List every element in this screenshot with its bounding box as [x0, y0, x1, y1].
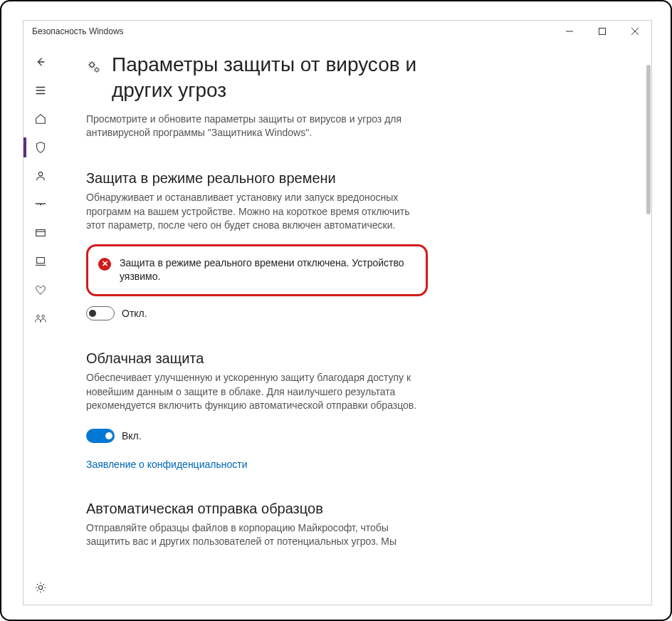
app-window: Безопасность Windows: [23, 20, 652, 605]
svg-point-15: [42, 315, 45, 318]
content-column: Параметры защиты от вирусов и других угр…: [58, 42, 651, 605]
window-controls: [553, 21, 651, 42]
svg-point-9: [40, 204, 42, 206]
nav-family-options[interactable]: [23, 304, 58, 333]
auto-submit-desc: Отправляйте образцы файлов в корпорацию …: [86, 521, 421, 549]
svg-rect-10: [36, 230, 46, 236]
cloud-desc: Обеспечивает улучшенную и ускоренную защ…: [86, 371, 421, 413]
section-auto-submit: Автоматическая отправка образцов Отправл…: [86, 501, 629, 549]
auto-submit-title: Автоматическая отправка образцов: [86, 501, 629, 517]
realtime-toggle-label: Откл.: [122, 308, 147, 319]
page-title: Параметры защиты от вирусов и других угр…: [112, 52, 439, 104]
nav-device-security[interactable]: [23, 247, 58, 276]
content-scroll[interactable]: Параметры защиты от вирусов и других угр…: [58, 42, 646, 605]
screenshot-frame: Безопасность Windows: [0, 0, 672, 621]
minimize-button[interactable]: [553, 21, 586, 42]
nav-app-browser-control[interactable]: [23, 219, 58, 247]
scrollbar-thumb[interactable]: [646, 65, 651, 214]
back-button[interactable]: [23, 48, 58, 76]
privacy-statement-link[interactable]: Заявление о конфиденциальности: [86, 459, 247, 470]
page-description: Просмотрите и обновите параметры защиты …: [86, 113, 421, 140]
cloud-title: Облачная защита: [86, 350, 629, 367]
nav-settings[interactable]: [23, 570, 58, 605]
body-area: Параметры защиты от вирусов и других угр…: [23, 42, 651, 605]
section-cloud-protection: Облачная защита Обеспечивает улучшенную …: [86, 350, 629, 471]
cloud-toggle[interactable]: [86, 429, 115, 443]
realtime-toggle-row: Откл.: [86, 306, 629, 320]
left-nav-rail: [23, 42, 58, 605]
realtime-desc: Обнаруживает и останавливает установку и…: [86, 191, 421, 233]
close-button[interactable]: [619, 21, 651, 42]
realtime-title: Защита в режиме реального времени: [86, 170, 629, 187]
nav-virus-protection[interactable]: [23, 133, 58, 162]
window-title: Безопасность Windows: [32, 26, 124, 36]
svg-point-18: [95, 68, 99, 72]
nav-firewall[interactable]: [23, 190, 58, 219]
cloud-toggle-label: Вкл.: [122, 430, 142, 442]
cloud-toggle-row: Вкл.: [86, 429, 629, 443]
nav-home[interactable]: [23, 105, 58, 133]
realtime-alert-box: ✕ Защита в режиме реального времени откл…: [86, 244, 428, 296]
svg-point-14: [37, 315, 40, 318]
realtime-alert-text: Защита в режиме реального времени отключ…: [120, 256, 413, 284]
maximize-button[interactable]: [586, 21, 619, 42]
svg-point-17: [90, 63, 94, 67]
page-header: Параметры защиты от вирусов и других угр…: [86, 42, 629, 104]
nav-account-protection[interactable]: [23, 162, 58, 190]
svg-rect-1: [599, 28, 606, 35]
vertical-scrollbar[interactable]: [646, 42, 651, 605]
error-icon: ✕: [98, 258, 111, 271]
section-realtime-protection: Защита в режиме реального времени Обнару…: [86, 170, 629, 320]
svg-point-8: [38, 172, 42, 176]
nav-device-performance[interactable]: [23, 276, 58, 304]
realtime-toggle[interactable]: [86, 306, 115, 320]
svg-point-16: [38, 585, 42, 589]
svg-rect-12: [37, 258, 45, 263]
settings-header-icon: [86, 52, 102, 78]
menu-button[interactable]: [23, 76, 58, 105]
titlebar: Безопасность Windows: [23, 21, 651, 42]
